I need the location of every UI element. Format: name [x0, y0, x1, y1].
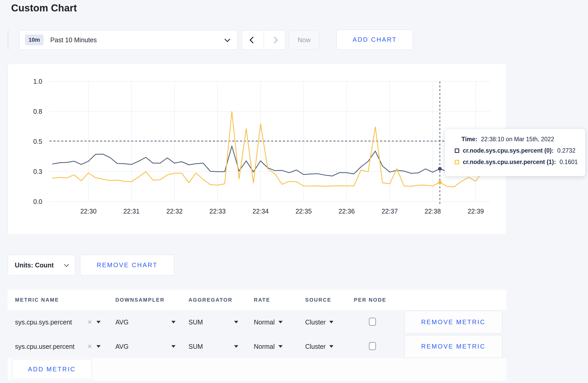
tooltip-series-row: cr.node.sys.cpu.user.percent (1): 0.1601	[455, 159, 585, 166]
chart-tooltip: Time: 22:38:10 on Mar 15th, 2022 cr.node…	[445, 129, 585, 176]
metric-row: sys.cpu.sys.percent × AVG SUM Normal	[8, 310, 506, 334]
source-select[interactable]: Cluster	[305, 318, 354, 326]
chevron-down-icon	[64, 262, 69, 267]
series-swatch-icon	[455, 160, 459, 164]
next-range-button[interactable]	[264, 31, 285, 49]
caret-down-icon	[234, 345, 238, 348]
time-range-select[interactable]: 10m Past 10 Minutes	[19, 30, 237, 49]
clear-icon[interactable]: ×	[88, 343, 92, 351]
toolbar-divider	[8, 30, 8, 49]
units-label: Units: Count	[15, 261, 54, 269]
clear-icon[interactable]: ×	[88, 318, 92, 326]
rate-value: Normal	[254, 318, 275, 326]
svg-text:1.0: 1.0	[33, 78, 42, 85]
caret-down-icon	[171, 321, 176, 323]
rate-select[interactable]: Normal	[254, 343, 305, 350]
caret-down-icon	[96, 321, 101, 323]
time-range-label: Past 10 Minutes	[50, 36, 225, 44]
prev-range-button[interactable]	[242, 31, 264, 49]
add-chart-button[interactable]: ADD CHART	[337, 30, 413, 50]
tooltip-time-value: 22:38:10 on Mar 15th, 2022	[481, 136, 554, 143]
tooltip-series-value: 0.1601	[559, 159, 578, 166]
svg-text:22:33: 22:33	[209, 208, 226, 215]
rate-value: Normal	[254, 343, 275, 350]
tooltip-time-label: Time:	[461, 136, 477, 143]
time-pager	[242, 30, 285, 49]
svg-text:22:30: 22:30	[80, 208, 97, 215]
column-header-metric-name: METRIC NAME	[15, 297, 115, 303]
chevron-right-icon	[271, 37, 278, 44]
caret-down-icon	[96, 345, 101, 348]
svg-text:22:31: 22:31	[123, 208, 140, 215]
units-select[interactable]: Units: Count	[8, 255, 75, 275]
chart-canvas[interactable]: 0.00.30.50.81.022:3022:3122:3222:3322:34…	[8, 64, 507, 235]
caret-down-icon	[171, 345, 176, 348]
downsampler-select[interactable]: AVG	[115, 343, 176, 350]
caret-down-icon	[278, 321, 283, 323]
chart-card: 0.00.30.50.81.022:3022:3122:3222:3322:34…	[8, 64, 506, 235]
svg-text:22:38: 22:38	[425, 208, 441, 215]
metric-row: sys.cpu.user.percent × AVG SUM Normal	[8, 334, 506, 359]
tooltip-series-label: cr.node.sys.cpu.sys.percent (0):	[463, 147, 554, 154]
source-value: Cluster	[305, 343, 326, 350]
metrics-table-header: METRIC NAME DOWNSAMPLER AGGREGATOR RATE …	[8, 290, 506, 310]
svg-text:22:36: 22:36	[339, 208, 355, 215]
source-value: Cluster	[305, 318, 326, 326]
page-title: Custom Chart	[11, 3, 77, 14]
tooltip-series-row: cr.node.sys.cpu.sys.percent (0): 0.2732	[455, 147, 585, 154]
metric-name-select[interactable]: sys.cpu.user.percent ×	[15, 343, 101, 351]
add-metric-button[interactable]: ADD METRIC	[12, 359, 92, 379]
column-header-per-node: PER NODE	[354, 297, 404, 303]
caret-down-icon	[278, 345, 283, 348]
per-node-checkbox[interactable]	[369, 342, 376, 350]
svg-text:22:32: 22:32	[166, 208, 183, 215]
downsampler-value: AVG	[115, 318, 129, 326]
caret-down-icon	[329, 345, 333, 348]
column-header-downsampler: DOWNSAMPLER	[115, 297, 188, 303]
svg-text:0.0: 0.0	[33, 198, 42, 205]
caret-down-icon	[329, 321, 333, 323]
chevron-left-icon	[249, 37, 256, 44]
svg-text:0.5: 0.5	[33, 138, 42, 145]
time-range-badge: 10m	[25, 34, 44, 45]
svg-text:22:37: 22:37	[382, 208, 398, 215]
remove-chart-button[interactable]: REMOVE CHART	[80, 255, 174, 275]
aggregator-select[interactable]: SUM	[188, 318, 238, 326]
chevron-down-icon	[225, 36, 230, 42]
downsampler-value: AVG	[115, 343, 129, 350]
metric-name-select[interactable]: sys.cpu.sys.percent ×	[15, 318, 101, 326]
per-node-checkbox[interactable]	[369, 318, 376, 326]
svg-text:22:34: 22:34	[253, 208, 269, 215]
remove-metric-button[interactable]: REMOVE METRIC	[404, 335, 502, 358]
svg-text:0.8: 0.8	[33, 108, 42, 115]
aggregator-select[interactable]: SUM	[188, 343, 238, 350]
tooltip-series-value: 0.2732	[557, 147, 575, 154]
column-header-rate: RATE	[254, 297, 305, 303]
column-header-aggregator: AGGREGATOR	[188, 297, 254, 303]
source-select[interactable]: Cluster	[305, 343, 354, 350]
rate-select[interactable]: Normal	[254, 318, 305, 326]
remove-metric-button[interactable]: REMOVE METRIC	[404, 311, 502, 334]
series-swatch-icon	[455, 148, 459, 153]
aggregator-value: SUM	[188, 343, 203, 350]
metric-name-value: sys.cpu.sys.percent	[15, 318, 72, 326]
downsampler-select[interactable]: AVG	[115, 318, 176, 326]
tooltip-time-row: Time: 22:38:10 on Mar 15th, 2022	[461, 136, 585, 143]
svg-text:0.3: 0.3	[33, 168, 42, 175]
caret-down-icon	[234, 321, 238, 323]
tooltip-series-label: cr.node.sys.cpu.user.percent (1):	[463, 159, 556, 166]
column-header-source: SOURCE	[305, 297, 354, 303]
metric-name-value: sys.cpu.user.percent	[15, 343, 74, 350]
svg-text:22:35: 22:35	[296, 208, 312, 215]
svg-text:22:39: 22:39	[468, 208, 484, 215]
now-button[interactable]: Now	[289, 30, 319, 49]
aggregator-value: SUM	[188, 318, 203, 326]
